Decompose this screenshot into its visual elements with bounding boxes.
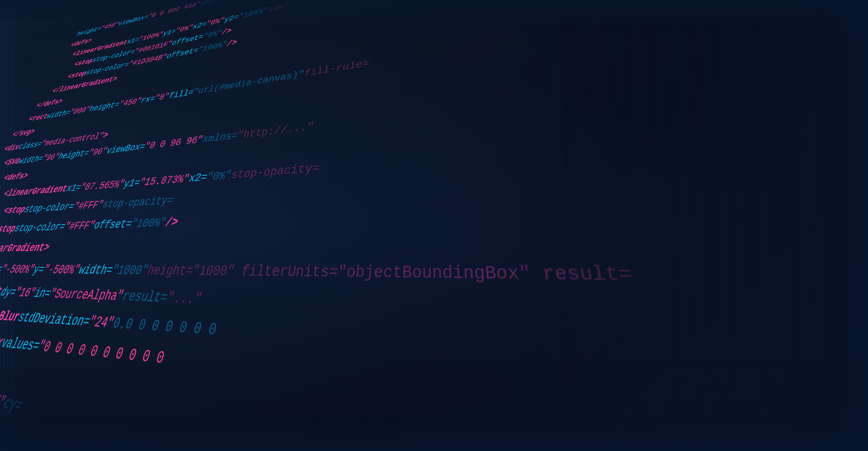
code-text: <defs> <box>0 168 32 186</box>
code-text: "SourceAlpha" <box>44 282 127 310</box>
code-screen: height="450" viewBox="0 0 800 450" xmlns… <box>0 0 868 451</box>
code-text: </linearGradient> <box>0 237 53 259</box>
code-block: height="450" viewBox="0 0 800 450" xmlns… <box>0 0 868 406</box>
code-text: result= <box>118 283 171 312</box>
